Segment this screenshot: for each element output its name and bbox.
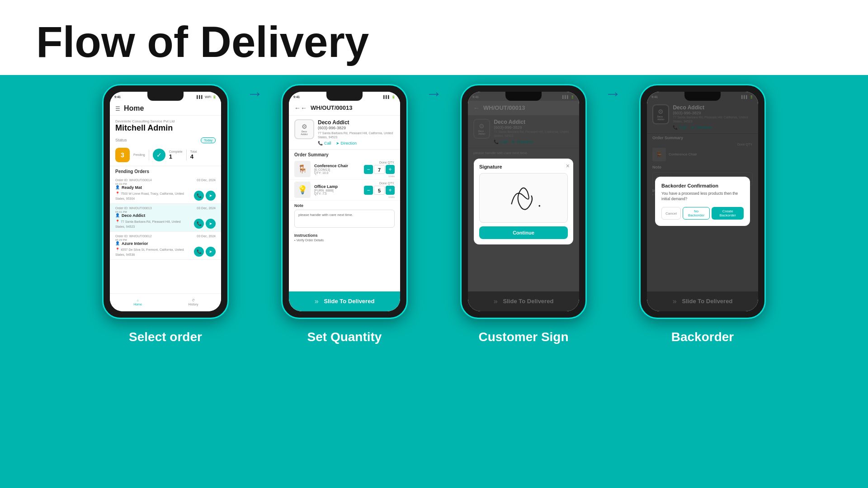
slide-to-delivered-2[interactable]: » Slide To Delivered [289,291,400,311]
order-date-1: 03 Dec, 2024 [197,178,216,182]
nav-btn-1[interactable]: ➤ [206,191,216,201]
complete-icon: ✓ [153,149,165,161]
nav-btn-2[interactable]: ➤ [206,219,216,229]
qty-control-2: Done QTY. − 5 + Units [364,182,395,198]
step-set-quantity: 9:41 ▌▌▌ 🔋 ← WH/OUT/00013 [281,84,408,350]
order-id-2: Order ID: WH/OUT/00013 [115,206,152,210]
order-actions-2: 📞 ➤ [194,219,216,229]
order-item-3[interactable]: Order ID: WH/OUT/00012 03 Dec, 2024 06:2… [110,232,221,260]
home-nav-label: Home [133,303,142,306]
home-subheader: Devintelle Consulting Service Pvt Ltd Mi… [110,116,221,135]
arrow-icon-2: → [426,84,442,103]
qty-plus-2[interactable]: + [386,186,395,195]
call-action-2[interactable]: 📞 Call [318,141,331,145]
order-customer-2: Deco Addict [122,213,145,218]
call-btn-1[interactable]: 📞 [194,191,204,201]
instructions-title-2: Instructions [294,233,395,238]
stat-divider [149,150,149,160]
direction-icon-2: ➤ [336,141,340,145]
order-date-2: 03 Dec, 2024 [197,206,216,210]
qty-stepper-2: − 5 + [364,186,395,195]
backorder-overlay: Backorder Confirmation You have a proces… [647,92,758,311]
product-name-1: Conference Chair [314,164,360,168]
call-btn-2[interactable]: 📞 [194,219,204,229]
signature-modal-title: Signature [479,164,568,169]
step-label-4: Backorder [671,326,734,350]
product-qty-2: QTY: 7.0 [314,192,360,195]
qty-minus-2[interactable]: − [364,186,373,195]
customer-actions-2: 📞 Call ➤ Direction [318,141,395,145]
nav-history[interactable]: ⏱ History [165,294,221,311]
phone-2: 9:41 ▌▌▌ 🔋 ← WH/OUT/00013 [281,84,408,319]
back-button-2[interactable]: ← [294,104,307,112]
phone-screen-3: 9:41 ▌▌▌ 🔋 ← WH/OUT/00013 [468,92,579,311]
customer-phone-2: (603)-996-3829 [318,126,395,130]
create-backorder-btn[interactable]: Create Backorder [712,207,744,220]
order-item-1[interactable]: Order ID: WH/OUT/00014 03 Dec, 2024 04:3… [110,176,221,204]
status-label: Status [115,138,127,142]
order-detail-header: ← WH/OUT/00013 [289,101,400,116]
phone-3: 9:41 ▌▌▌ 🔋 ← WH/OUT/00013 [460,84,587,319]
pending-label: Pending [133,153,145,156]
backorder-modal-text: You have a processed less products then … [661,191,744,202]
product-row-1: 🪑 Conference Chair [E-COM13] QTY: 10.0 D… [289,159,400,180]
continue-button[interactable]: Continue [479,226,568,239]
order-date-3: 03 Dec, 2024 [197,235,216,238]
qty-plus-1[interactable]: + [386,165,395,174]
signature-area[interactable] [479,173,568,223]
home-title: Home [124,104,144,113]
history-nav-label: History [189,303,198,306]
phone-screen-1: 9:41 ▌▌▌ WiFi 🔋 Home [110,92,221,311]
no-backorder-btn[interactable]: No Backorder [683,207,710,220]
step-select-order: 9:41 ▌▌▌ WiFi 🔋 Home [102,84,229,350]
home-header: Home [110,101,221,116]
backorder-cancel-btn[interactable]: Cancel [661,207,681,220]
bottom-nav-1: ⌂ Home ⏱ History [110,293,221,311]
order-summary-title-2: Order Summary [289,150,400,159]
qty-stepper-1: − 7 + [364,165,395,174]
note-title-2: Note [294,203,395,208]
phone-1: 9:41 ▌▌▌ WiFi 🔋 Home [102,84,229,319]
qty-minus-1[interactable]: − [364,165,373,174]
history-nav-icon: ⏱ [192,299,195,302]
product-row-2: 💡 Office Lamp [FURN_8888] QTY: 7.0 Done … [289,180,400,201]
step-label-1: Select order [129,326,202,350]
screen-bg-3: 9:41 ▌▌▌ 🔋 ← WH/OUT/00013 [468,92,579,311]
today-badge[interactable]: Today [201,137,216,143]
product-name-2: Office Lamp [314,184,360,189]
nav-btn-3[interactable]: ➤ [206,247,216,257]
step-customer-sign: 9:41 ▌▌▌ 🔋 ← WH/OUT/00013 [460,84,587,350]
backorder-modal: Backorder Confirmation You have a proces… [655,177,750,226]
order-item-2[interactable]: Order ID: WH/OUT/00013 03 Dec, 2024 04:3… [110,204,221,232]
step-backorder: 9:41 ▌▌▌ 🔋 ⚙ DecoAddict [639,84,766,350]
product-img-2: 💡 [294,182,311,198]
pending-info: Pending [133,153,145,156]
arrow-icon-3: → [605,84,621,103]
nav-home[interactable]: ⌂ Home [110,294,165,311]
customer-logo-2: ⚙ DecoAddict [294,119,314,139]
complete-count: 1 [169,153,183,160]
complete-info: Complete 1 [169,150,183,160]
backorder-modal-title: Backorder Confirmation [661,183,744,188]
phone-frame-1: 9:41 ▌▌▌ WiFi 🔋 Home [102,84,229,319]
arrow-3: → [605,84,621,130]
call-btn-3[interactable]: 📞 [194,247,204,257]
product-qty-1: QTY: 10.0 [314,171,360,174]
qty-units-1: Units [388,175,395,178]
qty-value-1: 7 [374,165,385,174]
qty-value-2: 5 [374,186,385,195]
customer-block-2: ⚙ DecoAddict Deco Addict (603)-996-3829 … [289,116,400,150]
customer-name-2: Deco Addict [318,119,395,126]
order-id-3: Order ID: WH/OUT/00012 [115,235,152,238]
signature-close-btn[interactable]: × [566,162,570,169]
product-code-1: [E-COM13] [314,168,360,171]
note-section-2: Note please handle with care next time. [289,201,400,230]
status-row: Status Today [110,135,221,146]
note-box-2[interactable]: please handle with care next time. [294,210,395,228]
slide-text-2: Slide To Delivered [324,298,375,305]
instructions-item-2: • Verify Order Details [294,239,395,242]
order-id-1: Order ID: WH/OUT/00014 [115,178,152,182]
phone-4: 9:41 ▌▌▌ 🔋 ⚙ DecoAddict [639,84,766,319]
direction-action-2[interactable]: ➤ Direction [336,141,357,145]
menu-icon[interactable] [115,105,120,112]
